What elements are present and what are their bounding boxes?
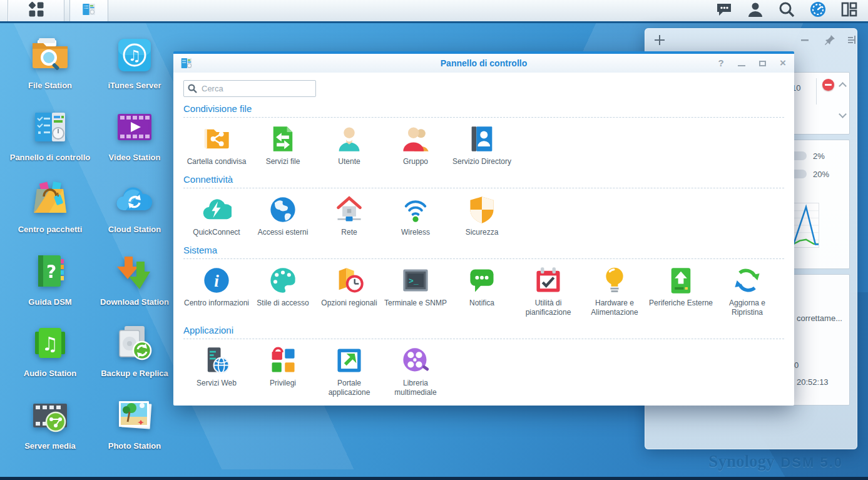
user-menu-button[interactable]	[747, 2, 764, 19]
regional-options-icon	[334, 265, 364, 295]
cp-item-label: Notifica	[449, 299, 515, 308]
taskbar	[0, 0, 868, 23]
desktop-icon-file-station[interactable]: File Station	[3, 35, 97, 91]
pin-icon[interactable]	[825, 34, 835, 48]
chevron-down-icon[interactable]	[839, 110, 847, 118]
control-panel-icon	[30, 107, 70, 147]
media-server-icon	[30, 396, 70, 436]
cp-item-sicurezza[interactable]: Sicurezza	[449, 195, 515, 237]
dsm-version: DSM 5.0	[780, 454, 843, 471]
cp-item-cartella-condivisa[interactable]: Cartella condivisa	[183, 124, 250, 166]
cp-item-centro-informazioni[interactable]: i Centro informazioni	[183, 265, 250, 317]
cp-item-privilegi[interactable]: Privilegi	[250, 345, 316, 397]
cp-item-servizio-directory[interactable]: Servizio Directory	[449, 124, 515, 166]
cp-item-periferiche-esterne[interactable]: Periferiche Esterne	[648, 265, 714, 317]
control-panel-task-button[interactable]	[69, 0, 108, 21]
cp-item-label: Servizi file	[250, 157, 316, 166]
synology-logo: Synology	[708, 452, 774, 471]
cp-item-label: Cartella condivisa	[183, 157, 250, 166]
cp-item-hardware-alimentazione[interactable]: Hardware e Alimentazione	[581, 265, 648, 317]
cp-item-utente[interactable]: Utente	[316, 124, 382, 166]
add-widget-icon[interactable]	[653, 34, 666, 46]
desktop-icon-label: iTunes Server	[88, 80, 181, 91]
cp-item-label: Accessi esterni	[250, 228, 316, 237]
cloud-station-icon	[115, 179, 155, 219]
cp-item-rete[interactable]: Rete	[316, 195, 382, 237]
user-icon	[748, 2, 763, 19]
cp-item-utilita-pianificazione[interactable]: Utilità di pianificazione	[515, 265, 581, 317]
pilot-view-button[interactable]	[809, 2, 827, 19]
main-menu-button[interactable]	[8, 0, 64, 21]
file-station-icon	[30, 35, 70, 75]
cp-item-libreria-multimediale[interactable]: Libreria multimediale	[382, 345, 449, 397]
maximize-button[interactable]	[757, 58, 767, 68]
network-icon	[334, 195, 364, 225]
cp-item-label: Wireless	[382, 228, 449, 237]
desktop-icon-backup-replication[interactable]: Backup e Replica	[88, 323, 181, 379]
cp-item-quickconnect[interactable]: QuickConnect	[183, 195, 250, 237]
search-button[interactable]	[778, 2, 795, 19]
update-restore-icon	[732, 265, 762, 295]
cpu-usage-value: 2%	[813, 151, 825, 161]
cp-item-label: Terminale e SNMP	[382, 299, 449, 308]
desktop-icon-control-panel[interactable]: Pannello di controllo	[3, 107, 97, 163]
window-titlebar[interactable]: Pannello di controllo ? ×	[173, 54, 794, 73]
search-icon	[779, 1, 795, 20]
desktop-icon-photo-station[interactable]: Photo Station	[88, 396, 181, 451]
cp-item-servizi-web[interactable]: Servizi Web	[183, 345, 250, 397]
cp-item-aggiorna-ripristina[interactable]: Aggiorna e Ripristina	[714, 265, 780, 317]
notification-icon	[467, 265, 497, 295]
cp-item-stile-di-accesso[interactable]: Stile di accesso	[250, 265, 316, 317]
cp-item-label: Sicurezza	[449, 228, 515, 237]
chevron-up-icon[interactable]	[839, 82, 847, 90]
health-status-text: correttame...	[797, 314, 842, 323]
security-icon	[467, 195, 497, 225]
download-station-icon	[115, 252, 155, 292]
desktop-icon-cloud-station[interactable]: Cloud Station	[88, 179, 181, 235]
cp-item-notifica[interactable]: Notifica	[449, 265, 515, 317]
desktop-icon-itunes-server[interactable]: ♫ iTunes Server	[88, 35, 181, 91]
cp-item-portale-applicazione[interactable]: Portale applicazione	[316, 345, 382, 397]
section-applicazioni: Applicazioni Servizi Web	[183, 325, 784, 399]
desktop-icon-audio-station[interactable]: ♫ Audio Station	[3, 323, 97, 379]
external-access-icon	[268, 195, 298, 225]
minimize-button[interactable]	[737, 58, 747, 68]
minimize-panel-icon[interactable]	[800, 34, 810, 47]
photo-station-icon	[115, 396, 155, 436]
package-center-icon	[30, 179, 70, 219]
file-services-icon	[268, 124, 298, 154]
chat-button[interactable]	[715, 2, 733, 19]
cp-item-opzioni-regionali[interactable]: Opzioni regionali	[316, 265, 382, 317]
desktop-icon-download-station[interactable]: Download Station	[88, 252, 181, 307]
panel-layout-icon[interactable]	[846, 34, 857, 48]
search-input[interactable]	[183, 80, 316, 97]
cp-item-label: Utilità di pianificazione	[515, 299, 581, 317]
cp-item-gruppo[interactable]: Gruppo	[382, 124, 449, 166]
taskbar-stub-button[interactable]	[0, 0, 8, 21]
svg-text:?: ?	[46, 262, 56, 282]
desktop-icon-label: Backup e Replica	[88, 368, 181, 379]
blocked-icon[interactable]	[822, 79, 834, 91]
desktop-icon-package-center[interactable]: Centro pacchetti	[3, 179, 97, 235]
help-button[interactable]: ?	[716, 58, 726, 68]
info-center-icon: i	[202, 265, 232, 295]
cp-item-label: Portale applicazione	[316, 379, 382, 397]
close-button[interactable]: ×	[778, 58, 788, 68]
desktop-icon-label: Photo Station	[88, 441, 181, 451]
section-title: Applicazioni	[183, 325, 784, 339]
cp-item-accessi-esterni[interactable]: Accessi esterni	[250, 195, 316, 237]
chat-icon	[716, 2, 732, 19]
section-sistema: Sistema i Centro informazioni Stile di a…	[183, 245, 784, 319]
widgets-button[interactable]	[840, 2, 858, 19]
cp-item-servizi-file[interactable]: Servizi file	[250, 124, 316, 166]
uptime-text: 20:52:13	[797, 377, 829, 387]
cp-item-label: Libreria multimediale	[382, 379, 449, 397]
desktop-icon-dsm-help[interactable]: ? Guida DSM	[3, 252, 97, 307]
maximize-icon	[759, 61, 766, 66]
cp-item-label: Gruppo	[382, 157, 449, 166]
cp-item-terminale-snmp[interactable]: >_ Terminale e SNMP	[382, 265, 449, 317]
desktop-icon-video-station[interactable]: Video Station	[88, 107, 181, 163]
cp-item-wireless[interactable]: Wireless	[382, 195, 449, 237]
control-panel-window: Pannello di controllo ? × Condivisione f…	[173, 51, 794, 406]
desktop-icon-media-server[interactable]: Server media	[3, 396, 97, 451]
